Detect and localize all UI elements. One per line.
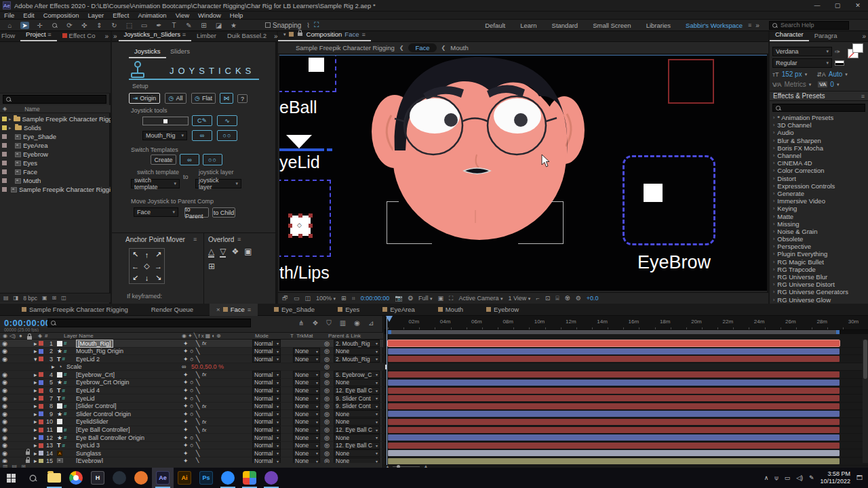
pixel-aspect-icon[interactable]: ⌐ <box>536 295 539 302</box>
effect-switch[interactable]: ○ <box>190 348 195 355</box>
quality-slash[interactable]: ╲ <box>196 387 201 394</box>
rig-select[interactable]: Mouth_Rig▾ <box>142 131 187 140</box>
resolution-select[interactable]: Full ▾ <box>418 295 433 302</box>
image-transfer-icon[interactable]: ▣ <box>244 247 252 258</box>
effects-category[interactable]: ›Audio <box>770 129 868 136</box>
proxy-icon[interactable]: ◨ <box>14 295 19 301</box>
parent-pickwhip-icon[interactable]: ◎ <box>324 458 331 463</box>
property-row[interactable]: ▸◔Scale∞50.0,50.0 %◎ <box>0 363 383 371</box>
anchor-down-right[interactable]: ↘ <box>153 272 164 283</box>
parent-select[interactable]: None▾ <box>334 418 380 426</box>
breadcrumb-root[interactable]: Sample Freepik Character Rigging <box>296 44 395 52</box>
taskbar-app-dark-circle[interactable] <box>108 468 130 488</box>
work-area-start-handle[interactable] <box>388 330 391 334</box>
layer-name[interactable]: [Eye Ball Controller] <box>76 426 195 434</box>
parent-pickwhip-icon[interactable]: ◎ <box>324 379 331 386</box>
timeline-tab-eyearea[interactable]: EyeArea <box>376 304 421 316</box>
parent-select[interactable]: 9. Slider Cont▾ <box>334 403 380 410</box>
quality-slash[interactable]: ╲ <box>196 355 201 363</box>
parent-pickwhip-icon[interactable]: ◎ <box>324 442 331 449</box>
effects-category[interactable]: ›Obsolete <box>770 235 868 243</box>
mode-select[interactable]: Normal▾ <box>252 410 281 418</box>
parent-pickwhip-icon[interactable]: ◎ <box>324 371 331 378</box>
label-chip[interactable] <box>39 348 44 355</box>
parent-pickwhip-icon[interactable]: ◎ <box>324 387 331 394</box>
composition-mini-flowchart-icon[interactable]: ⋔ <box>298 319 304 327</box>
anchor-center[interactable]: ◇ <box>141 260 153 272</box>
quality-slash[interactable]: ╲ <box>196 442 201 449</box>
parent-select[interactable]: 2. Mouth_Rig▾ <box>334 340 380 347</box>
project-item[interactable]: Sample Freepik Character Rigging <box>0 185 111 194</box>
tab-paragraph[interactable]: Paragra <box>809 30 843 41</box>
main-viewer-icon[interactable]: ▭ <box>294 295 300 302</box>
workspace-default[interactable]: Default <box>485 22 505 29</box>
layer-name[interactable]: [Mouth_Rig] <box>76 340 195 347</box>
effects-category[interactable]: ›Matte <box>770 212 868 220</box>
menu-composition[interactable]: Composition <box>43 12 79 19</box>
fx-badge[interactable]: fx <box>202 418 210 426</box>
project-search-box[interactable] <box>3 95 106 104</box>
mode-select[interactable]: Normal▾ <box>252 426 281 434</box>
workspace-standard[interactable]: Standard <box>552 22 578 29</box>
taskbar-app-orange-circle[interactable] <box>130 468 152 488</box>
layer-duration-bar[interactable] <box>388 388 840 394</box>
layer-track[interactable] <box>384 387 868 395</box>
close-tab-icon[interactable]: × <box>216 306 220 313</box>
effect-switch[interactable]: ○ <box>190 442 195 449</box>
origin-button[interactable]: ⇥Origin <box>129 93 160 104</box>
layer-name[interactable]: Slider Control Origin <box>76 410 195 418</box>
trkmat-select[interactable]: None▾ <box>293 418 320 426</box>
parent-pickwhip-icon[interactable]: ◎ <box>324 340 331 347</box>
layer-track[interactable] <box>384 394 868 403</box>
rectangle-tool-icon[interactable]: ▭ <box>140 22 149 29</box>
quality-slash[interactable]: ╲ <box>196 379 201 386</box>
timeline-tab-eye-shade[interactable]: Eye_Shade <box>267 304 321 316</box>
panel-overflow-icon[interactable]: » <box>860 31 868 41</box>
tab-joysticks-n-sliders[interactable]: Joysticks_n_Sliders ≡ <box>119 29 191 41</box>
effects-category[interactable]: ›RG Universe Blur <box>770 273 868 281</box>
trkmat-select[interactable]: None▾ <box>293 449 320 457</box>
mode-select[interactable]: Normal▾ <box>252 355 281 363</box>
layer-name[interactable]: EyeLid 3 <box>76 442 195 449</box>
stopwatch-icon[interactable]: ◔ <box>58 363 65 371</box>
layer-name[interactable]: Mouth_Rig Origin <box>76 348 195 355</box>
trkmat-select[interactable]: None▾ <box>293 434 320 441</box>
layer-track[interactable] <box>384 442 868 450</box>
project-item[interactable]: ▸Solids <box>0 123 111 132</box>
layer-name[interactable]: EyeLid 4 <box>76 387 195 394</box>
push-to-ae-icon[interactable]: △ <box>208 247 214 258</box>
hide-shy-icon[interactable]: ⛉ <box>326 319 332 327</box>
effect-switch[interactable]: ○ <box>190 355 195 363</box>
fx-badge[interactable]: fx <box>202 371 210 378</box>
quality-slash[interactable]: ╲ <box>196 449 201 457</box>
eyelid-triangle-handle[interactable] <box>286 135 312 148</box>
visibility-toggle[interactable]: ◉ <box>2 403 9 410</box>
visibility-toggle[interactable]: ◉ <box>2 387 9 394</box>
bit-depth[interactable]: 8 bpc <box>23 295 37 302</box>
trkmat-select[interactable]: None▾ <box>293 348 320 355</box>
quality-switch[interactable]: ✦ <box>183 442 189 449</box>
visibility-toggle[interactable]: ◉ <box>2 434 9 441</box>
visibility-toggle[interactable]: ◉ <box>2 394 9 402</box>
layer-row[interactable]: ◉▾3T#EyeLid 2✦○╲Normal▾None▾◎2. Mouth_Ri… <box>0 355 383 363</box>
eyeball-joystick-handle[interactable] <box>309 58 324 72</box>
fx-badge[interactable]: fx <box>202 426 210 434</box>
taskbar-chrome[interactable] <box>65 468 87 488</box>
label-chip[interactable] <box>39 458 44 463</box>
motion-blur-icon[interactable]: ◉ <box>354 319 360 327</box>
layer-track[interactable] <box>384 426 868 434</box>
rotation-tool-icon[interactable]: ↻ <box>110 22 119 29</box>
parent-pickwhip-icon[interactable]: ◎ <box>324 426 331 434</box>
layer-duration-bar[interactable] <box>388 419 840 425</box>
subtab-joysticks[interactable]: Joysticks <box>129 46 166 58</box>
menu-view[interactable]: View <box>176 12 189 19</box>
fx-badge[interactable]: fx <box>202 340 210 347</box>
to-child-button[interactable]: to Child <box>212 207 235 218</box>
layer-track[interactable] <box>384 449 868 458</box>
layer-row[interactable]: ◉▸9★#Slider Control Origin✦○╲Normal▾None… <box>0 410 383 418</box>
trkmat-select[interactable]: None▾ <box>293 379 320 386</box>
quality-slash[interactable]: ╲ <box>196 403 201 410</box>
visibility-toggle[interactable]: ◉ <box>2 379 9 386</box>
parent-select[interactable]: None▾ <box>334 458 380 463</box>
menu-help[interactable]: Help <box>230 12 243 19</box>
